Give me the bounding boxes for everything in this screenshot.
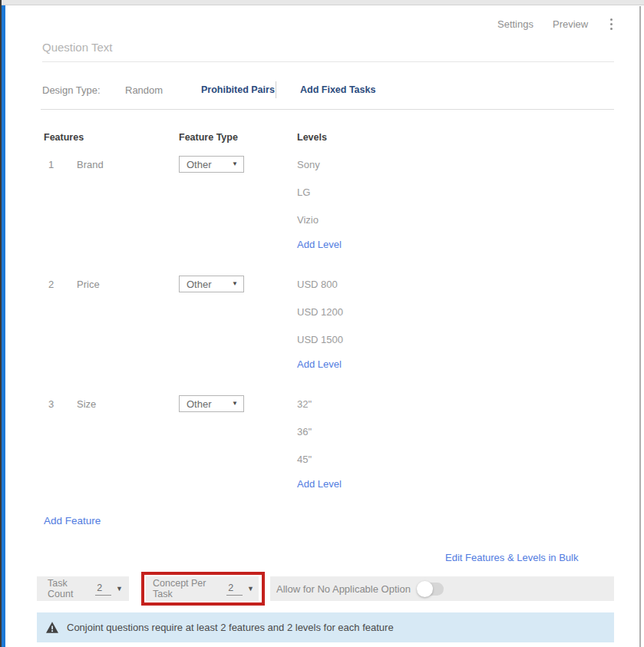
feature-name-field[interactable]: Price [77,279,100,290]
conjoint-question-editor: Settings Preview Question Text Design Ty… [0,0,644,647]
chevron-down-icon: ▼ [232,161,238,167]
level-value-field[interactable]: LG [297,187,310,198]
design-type-label: Design Type: [42,84,101,96]
add-level-link[interactable]: Add Level [297,478,342,490]
toggle-knob [417,581,433,597]
header-actions: Settings Preview [497,17,616,31]
task-count-label: Task Count [48,578,93,599]
chevron-down-icon: ▼ [232,401,238,407]
level-value-field[interactable]: USD 1200 [297,306,343,318]
card-right-border [639,6,641,647]
design-row-divider [276,81,276,98]
level-value-field[interactable]: USD 1500 [297,334,343,345]
concept-per-task-dropdown[interactable]: Concept Per Task 2 ▼ [146,576,259,601]
caret-down-icon: ▼ [116,586,123,593]
column-header-feature-type: Feature Type [179,132,238,143]
preview-button[interactable]: Preview [553,18,588,30]
alert-text: Conjoint questions require at least 2 fe… [67,622,394,633]
feature-type-value: Other [187,279,232,290]
feature-name-field[interactable]: Brand [77,159,104,170]
question-text-input[interactable]: Question Text [42,41,112,54]
caret-down-icon: ▼ [247,586,254,593]
add-level-link[interactable]: Add Level [297,358,342,370]
chevron-down-icon: ▼ [232,281,238,287]
column-header-features: Features [44,132,84,143]
design-type-value[interactable]: Random [125,84,163,96]
level-value-field[interactable]: 45" [297,454,312,465]
concept-per-task-label: Concept Per Task [153,578,224,599]
settings-button[interactable]: Settings [497,18,533,30]
level-value-field[interactable]: Sony [297,159,320,170]
no-applicable-toggle[interactable] [418,583,444,596]
add-fixed-tasks-link[interactable]: Add Fixed Tasks [300,84,375,95]
section-divider [41,109,614,110]
feature-index: 2 [48,279,54,290]
feature-type-select[interactable]: Other ▼ [179,395,244,412]
add-level-link[interactable]: Add Level [297,239,342,250]
level-value-field[interactable]: USD 800 [297,279,338,290]
feature-type-value: Other [187,159,232,170]
level-value-field[interactable]: 32" [297,398,312,410]
edit-bulk-link[interactable]: Edit Features & Levels in Bulk [445,552,578,563]
feature-index: 1 [48,159,54,170]
kebab-menu-icon[interactable] [607,17,616,31]
level-value-field[interactable]: 36" [297,426,312,437]
alert-bar: Conjoint questions require at least 2 fe… [37,612,614,642]
prohibited-pairs-link[interactable]: Prohibited Pairs [201,84,275,95]
level-value-field[interactable]: Vizio [297,214,319,226]
feature-index: 3 [48,398,54,410]
question-text-underline [42,61,614,62]
add-feature-link[interactable]: Add Feature [44,515,101,527]
feature-type-value: Other [187,398,232,410]
no-applicable-label: Allow for No Applicable Option [276,583,411,595]
warning-icon [46,622,58,633]
task-count-dropdown[interactable]: Task Count 2 ▼ [37,576,129,601]
selected-question-accent-bar [2,5,5,647]
concept-per-task-value: 2 [226,583,243,596]
top-strip [0,0,644,5]
column-header-levels: Levels [297,132,327,143]
no-applicable-option-row: Allow for No Applicable Option [270,576,614,601]
feature-type-select[interactable]: Other ▼ [179,276,244,292]
task-count-value: 2 [95,583,111,596]
feature-type-select[interactable]: Other ▼ [179,156,244,173]
feature-name-field[interactable]: Size [77,398,96,410]
